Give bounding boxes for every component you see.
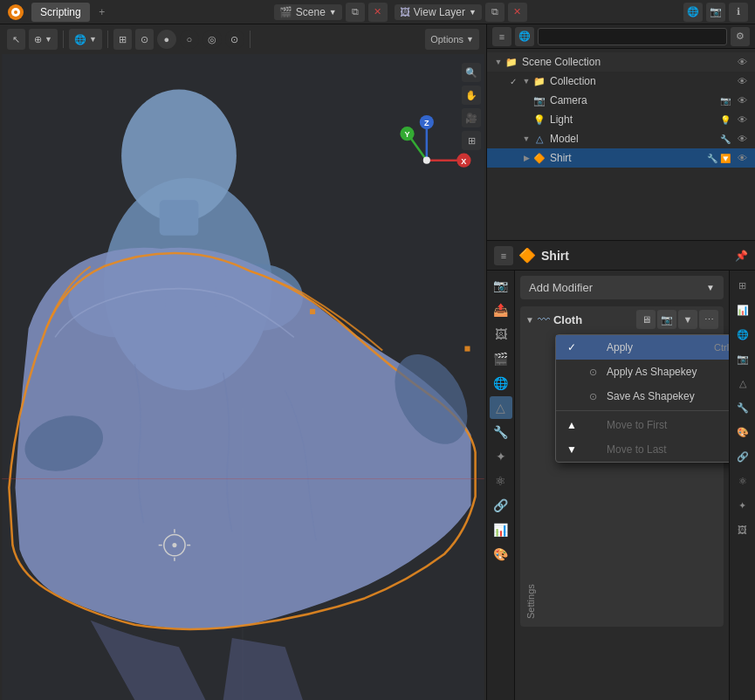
collection-checkbox[interactable]: ✓: [506, 74, 520, 88]
prop-right-icon-8[interactable]: 🔗: [731, 445, 754, 468]
cloth-modifier-icon: 〰: [538, 312, 550, 326]
prop-icon-material[interactable]: 🎨: [490, 543, 512, 566]
model-vis[interactable]: 👁: [734, 131, 750, 147]
camera-vis[interactable]: 👁: [734, 93, 750, 108]
outliner-row-scene-collection[interactable]: ▼ 📁 Scene Collection 👁: [487, 52, 755, 72]
scene-collection-vis[interactable]: 👁: [734, 54, 750, 70]
prop-icon-object[interactable]: △: [490, 396, 512, 419]
prop-right-icon-2[interactable]: 📊: [731, 299, 754, 321]
prop-icon-modifier[interactable]: 🔧: [490, 421, 512, 443]
prop-icon-scene[interactable]: 🎬: [490, 347, 512, 370]
outliner-filter-btn[interactable]: ⚙: [731, 27, 750, 46]
prop-icon-output[interactable]: 📤: [490, 299, 512, 321]
prop-type-btn[interactable]: ≡: [494, 246, 513, 265]
viewport[interactable]: ↖ ⊕ ▼ 🌐 ▼ ⊞ ⊙ ● ○ ◎ ⊙ Options ▼: [0, 24, 486, 700]
camera-fly-tool[interactable]: 🎥: [462, 108, 481, 127]
topbar-engine-icon[interactable]: 🌐: [683, 3, 703, 22]
shading-xray-btn[interactable]: ⊙: [225, 30, 244, 49]
shading-rendered-btn[interactable]: ◎: [202, 30, 222, 49]
prop-right-icon-3[interactable]: 🌐: [731, 323, 754, 346]
scene-close-icon[interactable]: ✕: [368, 3, 388, 22]
outliner-mode-btn[interactable]: 🌐: [515, 27, 534, 46]
properties-header: ≡ 🔶 Shirt 📌: [487, 241, 755, 271]
prop-icon-physics[interactable]: ⚛: [490, 470, 512, 492]
prop-right-icon-6[interactable]: 🔧: [731, 396, 754, 419]
outliner-row-light[interactable]: ▶ 💡 Light 💡 👁: [487, 110, 755, 129]
prop-right-icon-9[interactable]: ⚛: [731, 470, 754, 492]
prop-right-icon-10[interactable]: ✦: [731, 494, 754, 517]
grid-tool[interactable]: ⊞: [462, 131, 481, 150]
cloth-dropdown-btn[interactable]: ▼: [678, 310, 697, 329]
scene-selector[interactable]: 🎬 Scene ▼: [274, 4, 342, 20]
topbar-info-icon[interactable]: ℹ: [729, 3, 748, 22]
prop-icon-viewlayer[interactable]: 🖼: [490, 323, 512, 346]
view-layer-selector[interactable]: 🖼 View Layer ▼: [395, 4, 482, 20]
svg-point-2: [14, 10, 17, 14]
shirt-label: Shirt: [550, 152, 707, 164]
shading-material-btn[interactable]: ○: [180, 30, 199, 49]
prop-right-icon-7[interactable]: 🎨: [731, 421, 754, 443]
scripting-tab[interactable]: Scripting: [31, 3, 90, 22]
cloth-render-btn[interactable]: 📷: [657, 310, 676, 329]
cloth-modifier-buttons: 🖥 📷 ▼ ⋯: [636, 310, 718, 329]
prop-right-icon-5[interactable]: △: [731, 372, 754, 395]
shading-solid-btn[interactable]: ●: [157, 30, 176, 49]
prop-content: Add Modifier ▼ ▼ 〰 Cloth 🖥 📷 ▼: [515, 271, 729, 700]
svg-rect-30: [464, 347, 470, 352]
save-shapekey-menu-item[interactable]: ⊙ Save As Shapekey: [556, 384, 729, 408]
light-icon: 💡: [532, 113, 546, 127]
top-bar-left: Scripting +: [0, 3, 118, 22]
cloth-realtime-btn[interactable]: 🖥: [636, 310, 655, 329]
outliner-row-model[interactable]: ▼ △ Model 🔧 👁: [487, 129, 755, 148]
prop-icon-world[interactable]: 🌐: [490, 372, 512, 395]
scene-collection-label: Scene Collection: [522, 56, 734, 68]
shirt-vis[interactable]: 👁: [734, 150, 750, 166]
outliner-row-shirt[interactable]: ▶ 🔶 Shirt 🔧 🔽 👁: [487, 148, 755, 168]
outliner-row-collection[interactable]: ✓ ▼ 📁 Collection 👁: [487, 72, 755, 91]
collection-vis[interactable]: 👁: [734, 73, 750, 89]
outliner-type-btn[interactable]: ≡: [492, 27, 511, 46]
prop-right-icon-11[interactable]: 🖼: [731, 518, 754, 541]
view-layer-copy-icon[interactable]: ⧉: [485, 3, 504, 22]
pin-icon[interactable]: 📌: [735, 250, 748, 262]
move-first-menu-item: ▲ Move to First: [556, 413, 729, 437]
zoom-tool[interactable]: 🔍: [462, 63, 481, 82]
prop-right-icon-1[interactable]: ⊞: [731, 274, 754, 297]
add-tab-button[interactable]: +: [93, 3, 111, 21]
viewport-mode-btn[interactable]: ↖: [7, 29, 25, 50]
scene-collection-arrow: ▼: [492, 56, 504, 68]
viewport-overlay-btn[interactable]: ⊙: [135, 29, 154, 50]
svg-text:X: X: [461, 157, 466, 166]
add-modifier-btn[interactable]: Add Modifier ▼: [520, 276, 724, 299]
prop-icon-particles[interactable]: ✦: [490, 445, 512, 468]
prop-right-icon-4[interactable]: 📷: [731, 347, 754, 370]
cloth-modifier-header[interactable]: ▼ 〰 Cloth 🖥 📷 ▼ ⋯: [520, 306, 724, 333]
prop-icon-data[interactable]: 📊: [490, 518, 512, 541]
apply-menu-item[interactable]: ✓ Apply Ctrl A: [556, 335, 729, 360]
scene-copy-icon[interactable]: ⧉: [346, 3, 365, 22]
apply-label: Apply: [607, 341, 707, 353]
scene-name: Scene: [296, 6, 326, 18]
apply-icon: [586, 340, 600, 354]
svg-rect-8: [160, 200, 199, 236]
viewport-grid-btn[interactable]: ⊞: [113, 29, 132, 50]
blender-logo: [7, 3, 24, 21]
shirt-arrow: ▶: [520, 152, 532, 164]
move-first-label: Move to First: [607, 419, 729, 431]
light-vis[interactable]: 👁: [734, 112, 750, 127]
cursor-icon: ↖: [12, 34, 20, 45]
options-btn[interactable]: Options ▼: [425, 29, 479, 50]
topbar-render-icon[interactable]: 📷: [706, 3, 725, 22]
cloth-options-btn[interactable]: ⋯: [699, 310, 718, 329]
viewport-shading-icon-btn[interactable]: 🌐 ▼: [69, 29, 102, 50]
outliner-row-camera[interactable]: ▶ 📷 Camera 📷 👁: [487, 91, 755, 110]
view-layer-close-icon[interactable]: ✕: [508, 3, 527, 22]
prop-icon-render[interactable]: 📷: [490, 274, 512, 297]
properties-title: Shirt: [541, 249, 569, 263]
viewport-transform-btn[interactable]: ⊕ ▼: [29, 29, 58, 50]
prop-icon-constraints[interactable]: 🔗: [490, 494, 512, 517]
outliner-search-input[interactable]: [538, 28, 727, 45]
hand-tool[interactable]: ✋: [462, 86, 481, 105]
viewport-toolbar: ↖ ⊕ ▼ 🌐 ▼ ⊞ ⊙ ● ○ ◎ ⊙ Options ▼: [0, 24, 486, 54]
apply-shapekey-menu-item[interactable]: ⊙ Apply As Shapekey: [556, 360, 729, 384]
